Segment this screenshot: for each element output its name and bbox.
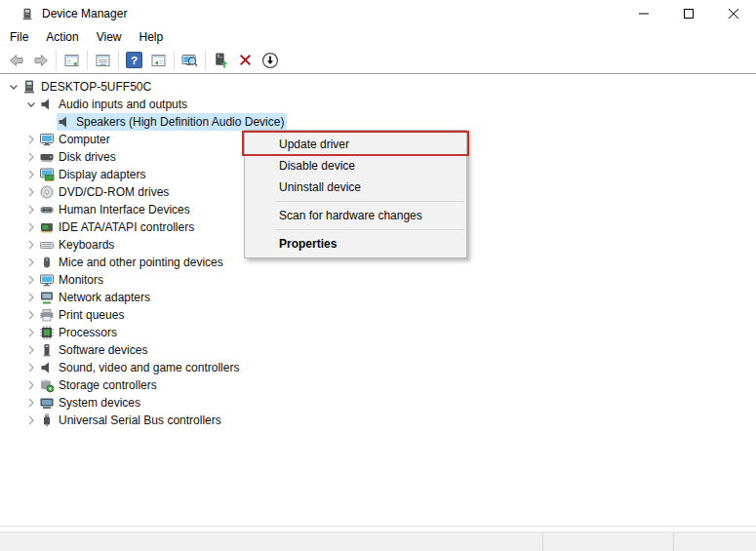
tree-item-content[interactable]: Human Interface Devices <box>39 201 193 218</box>
tree-item-label: Keyboards <box>59 238 114 252</box>
maximize-button[interactable] <box>666 0 711 27</box>
toolbar: ? <box>0 47 756 74</box>
bottom-status-bar <box>0 531 756 551</box>
context-menu-item-properties[interactable]: Properties <box>245 233 466 255</box>
chevron-right-icon[interactable] <box>23 377 39 393</box>
back-button[interactable] <box>4 49 28 72</box>
tree-item-processors[interactable]: Processors <box>0 324 756 341</box>
menu-file[interactable]: File <box>1 28 37 46</box>
tree-item-speakers-high-definition-audio-device[interactable]: Speakers (High Definition Audio Device) <box>0 113 756 131</box>
speaker-icon <box>39 360 55 375</box>
tree-item-content[interactable]: Monitors <box>39 271 106 289</box>
tree-item-content[interactable]: System devices <box>39 394 143 412</box>
menu-item-label: Properties <box>279 237 337 251</box>
tree-item-content[interactable]: Disk drives <box>39 148 119 166</box>
minimize-button[interactable] <box>621 0 666 27</box>
toolbar-separator <box>205 51 206 70</box>
tree-item-software-devices[interactable]: Software devices <box>0 341 756 359</box>
close-icon <box>728 8 739 20</box>
chevron-down-icon[interactable] <box>6 79 21 95</box>
context-menu-item-scan-for-hardware-changes[interactable]: Scan for hardware changes <box>245 205 466 226</box>
down-arrow-circle-icon <box>261 52 279 69</box>
tree-item-storage-controllers[interactable]: Storage controllers <box>0 376 756 394</box>
chevron-down-icon[interactable] <box>23 97 39 112</box>
uninstall-device-button[interactable] <box>233 49 258 72</box>
tree-item-network-adapters[interactable]: Network adapters <box>0 289 756 306</box>
update-driver-button[interactable] <box>209 49 233 72</box>
menu-help[interactable]: Help <box>131 28 173 46</box>
chevron-right-icon[interactable] <box>23 255 39 270</box>
tree-item-content[interactable]: Keyboards <box>39 236 117 254</box>
context-menu-item-disable-device[interactable]: Disable device <box>245 155 466 177</box>
forward-button[interactable] <box>28 49 53 72</box>
tree-item-content[interactable]: Display adapters <box>39 166 148 183</box>
menu-action[interactable]: Action <box>37 28 87 46</box>
chevron-right-icon[interactable] <box>23 395 39 411</box>
selected-tree-item-content[interactable]: Speakers (High Definition Audio Device) <box>57 113 287 131</box>
menu-bar: File Action View Help <box>0 27 756 48</box>
tree-item-content[interactable]: DESKTOP-5UFF50C <box>21 78 154 96</box>
tree-item-content[interactable]: DVD/CD-ROM drives <box>39 183 172 201</box>
tree-item-universal-serial-bus-controllers[interactable]: Universal Serial Bus controllers <box>0 412 756 429</box>
tree-item-content[interactable]: Computer <box>39 131 113 148</box>
chevron-right-icon[interactable] <box>23 219 39 235</box>
tree-item-content[interactable]: Network adapters <box>39 289 153 306</box>
mouse-icon <box>39 255 55 270</box>
tree-item-content[interactable]: Storage controllers <box>39 376 160 394</box>
tree-item-system-devices[interactable]: System devices <box>0 394 756 412</box>
chevron-right-icon[interactable] <box>23 167 39 182</box>
tree-item-monitors[interactable]: Monitors <box>0 271 756 289</box>
tree-item-content[interactable]: Print queues <box>39 306 127 324</box>
context-menu-item-uninstall-device[interactable]: Uninstall device <box>245 177 466 198</box>
tree-item-content[interactable]: Mice and other pointing devices <box>39 254 226 271</box>
tree-item-content[interactable]: Software devices <box>39 341 150 359</box>
tree-item-label: Human Interface Devices <box>59 203 190 216</box>
ide-icon <box>39 219 55 235</box>
tree-item-content[interactable]: Processors <box>39 324 120 341</box>
tree-item-label: Disk drives <box>59 150 116 164</box>
tree-item-audio-inputs-and-outputs[interactable]: Audio inputs and outputs <box>0 96 756 113</box>
computer-root-icon <box>21 79 37 95</box>
tree-item-label: Software devices <box>59 343 147 357</box>
chevron-right-icon[interactable] <box>23 184 39 200</box>
speaker-icon <box>39 97 55 112</box>
tree-item-content[interactable]: Sound, video and game controllers <box>39 359 242 376</box>
chevron-right-icon[interactable] <box>23 149 39 165</box>
chevron-right-icon[interactable] <box>23 360 39 375</box>
tree-item-content[interactable]: Universal Serial Bus controllers <box>39 412 224 429</box>
chevron-right-icon[interactable] <box>23 325 39 340</box>
tree-item-desktop-5uff50c[interactable]: DESKTOP-5UFF50C <box>0 78 756 96</box>
window-title: Device Manager <box>42 7 127 20</box>
printer-icon <box>39 307 55 323</box>
tree-item-print-queues[interactable]: Print queues <box>0 306 756 324</box>
chevron-right-icon[interactable] <box>23 237 39 253</box>
menu-view[interactable]: View <box>88 28 131 46</box>
show-hide-console-tree-button[interactable] <box>60 49 84 72</box>
close-button[interactable] <box>711 0 756 27</box>
chevron-right-icon[interactable] <box>23 272 39 288</box>
chevron-right-icon[interactable] <box>23 307 39 323</box>
show-hide-action-pane-button[interactable] <box>146 49 171 72</box>
chevron-right-icon[interactable] <box>23 290 39 305</box>
tree-item-label: Audio inputs and outputs <box>59 98 187 111</box>
scan-for-hardware-changes-button[interactable] <box>178 49 202 72</box>
context-menu-item-update-driver[interactable]: Update driver <box>245 134 466 155</box>
chevron-right-icon[interactable] <box>23 342 39 358</box>
keyboard-icon <box>39 237 55 253</box>
back-arrow-icon <box>8 53 25 68</box>
context-menu: Update driverDisable deviceUninstall dev… <box>244 130 467 258</box>
toolbar-separator <box>174 51 175 70</box>
help-button[interactable]: ? <box>122 49 146 72</box>
tree-item-label: DVD/CD-ROM drives <box>59 185 169 199</box>
chevron-right-icon[interactable] <box>23 413 39 428</box>
chevron-right-icon[interactable] <box>23 132 39 147</box>
tree-item-content[interactable]: Audio inputs and outputs <box>39 96 190 113</box>
tree-item-sound-video-and-game-controllers[interactable]: Sound, video and game controllers <box>0 359 756 376</box>
device-manager-app-icon <box>20 7 34 21</box>
properties-button[interactable] <box>91 49 115 72</box>
tree-item-content[interactable]: IDE ATA/ATAPI controllers <box>39 218 197 236</box>
disable-device-button[interactable] <box>258 49 282 72</box>
storage-icon <box>39 377 55 393</box>
chevron-right-icon[interactable] <box>23 202 39 217</box>
bottom-bar-separator <box>542 532 543 551</box>
